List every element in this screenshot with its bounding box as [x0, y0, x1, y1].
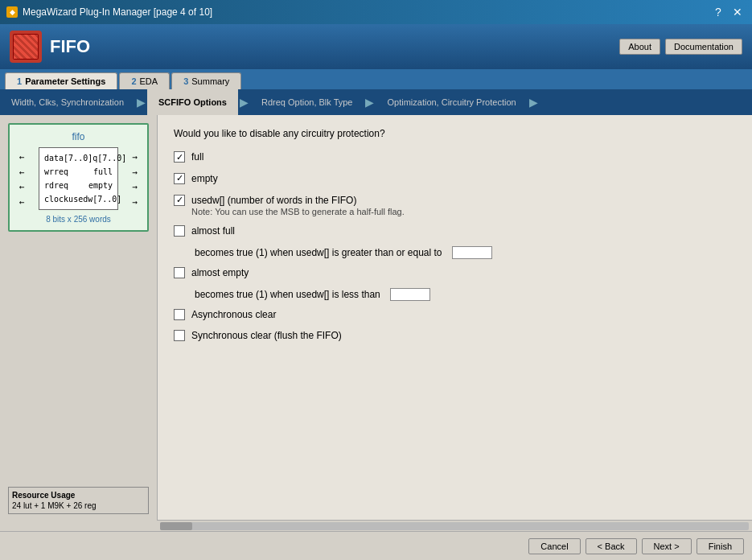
option-usedw-text: usedw[] (number of words in the FIFO) No…: [191, 194, 405, 217]
svg-rect-1: [14, 35, 37, 58]
scroll-track[interactable]: [160, 522, 749, 530]
scroll-bar-area: [157, 520, 752, 531]
fifo-box: data[7..0] q[7..0] wrreq full rdreq empt…: [39, 147, 118, 210]
option-sync-clear-row: Synchronous clear (flush the FIFO): [174, 329, 736, 343]
bottom-bar: Cancel < Back Next > Finish: [0, 531, 752, 560]
cancel-button[interactable]: Cancel: [528, 538, 580, 554]
fifo-clock-left: clock: [44, 192, 68, 206]
resource-usage: Resource Usage 24 lut + 1 M9K + 26 reg: [8, 487, 149, 514]
option-usedw-row: usedw[] (number of words in the FIFO) No…: [174, 194, 736, 217]
option-sync-clear-label: Synchronous clear (flush the FIFO): [191, 329, 342, 343]
fifo-clock-right: usedw[7..0]: [68, 192, 121, 206]
header-title: FIFO: [50, 36, 90, 57]
header-logo: FIFO: [10, 31, 90, 63]
checkbox-async-clear[interactable]: [174, 309, 185, 320]
option-async-clear-label: Asynchronous clear: [191, 308, 276, 322]
main-content: fifo data[7..0] q[7..0] wrreq full rdreq…: [0, 115, 752, 522]
checkbox-empty[interactable]: [174, 173, 185, 184]
option-almost-full-val-label: becomes true (1) when usedw[] is greater…: [195, 246, 442, 260]
option-full-row: full: [174, 150, 736, 164]
resource-label: Resource Usage: [12, 491, 145, 500]
app-icon: ◆: [6, 6, 18, 18]
title-bar-left: ◆ MegaWizard Plug-In Manager [page 4 of …: [6, 6, 212, 18]
tab-parameter-settings[interactable]: 1 Parameter Settings: [5, 72, 117, 89]
option-almost-empty-val-label: becomes true (1) when usedw[] is less th…: [195, 288, 380, 302]
option-empty-row: empty: [174, 172, 736, 186]
header-buttons: About Documentation: [619, 39, 742, 55]
fifo-rdreq-right: empty: [88, 179, 113, 192]
scroll-thumb[interactable]: [160, 522, 192, 530]
close-button[interactable]: ✕: [729, 4, 746, 20]
fifo-data-left: data[7..0]: [44, 151, 92, 165]
back-button[interactable]: < Back: [586, 538, 637, 554]
nav-scfifo-options[interactable]: SCFIFO Options: [147, 89, 238, 115]
nav-arrow-4: ▶: [528, 96, 540, 109]
documentation-button[interactable]: Documentation: [665, 39, 742, 55]
fifo-data-right: q[7..0]: [92, 151, 126, 165]
svg-rect-0: [13, 34, 39, 60]
option-full-label: full: [191, 150, 203, 164]
option-almost-empty-row: almost empty: [174, 266, 736, 280]
tab-eda[interactable]: 2 EDA: [119, 72, 170, 89]
window-title: MegaWizard Plug-In Manager [page 4 of 10…: [23, 6, 212, 18]
resource-value: 24 lut + 1 M9K + 26 reg: [12, 501, 145, 510]
almost-empty-input[interactable]: [390, 288, 430, 301]
header: FIFO About Documentation: [0, 24, 752, 69]
fifo-wrreq-left: wrreq: [44, 165, 68, 179]
option-empty-label: empty: [191, 172, 218, 186]
checkbox-sync-clear[interactable]: [174, 330, 185, 341]
nav-arrow-3: ▶: [364, 96, 376, 109]
option-almost-full-label: almost full: [191, 224, 235, 238]
tab-summary[interactable]: 3 Summary: [171, 72, 241, 89]
title-bar: ◆ MegaWizard Plug-In Manager [page 4 of …: [0, 0, 752, 24]
almost-full-input[interactable]: [452, 246, 492, 259]
about-button[interactable]: About: [619, 39, 660, 55]
help-button[interactable]: ?: [710, 4, 726, 20]
nav-optimization[interactable]: Optimization, Circuitry Protection: [376, 89, 527, 115]
nav-width-clks[interactable]: Width, Clks, Synchronization: [0, 89, 135, 115]
finish-button[interactable]: Finish: [697, 538, 744, 554]
nav-arrow-1: ▶: [135, 96, 147, 109]
fifo-diagram-title: fifo: [16, 131, 141, 142]
checkbox-almost-empty[interactable]: [174, 267, 185, 278]
fifo-row-wrreq: wrreq full: [44, 165, 113, 179]
section-question: Would you like to disable any circuitry …: [174, 128, 736, 139]
right-panel: Would you like to disable any circuitry …: [157, 115, 752, 522]
option-almost-full-val-row: becomes true (1) when usedw[] is greater…: [195, 246, 736, 260]
fifo-row-rdreq: rdreq empty: [44, 179, 113, 192]
next-button[interactable]: Next >: [642, 538, 692, 554]
option-async-clear-row: Asynchronous clear: [174, 308, 736, 322]
option-almost-empty-label: almost empty: [191, 266, 249, 280]
left-panel: fifo data[7..0] q[7..0] wrreq full rdreq…: [0, 115, 157, 522]
checkbox-full[interactable]: [174, 151, 185, 163]
checkbox-usedw[interactable]: [174, 195, 185, 206]
nav-rdreq-option[interactable]: Rdreq Option, Blk Type: [250, 89, 364, 115]
tabs-row1: 1 Parameter Settings 2 EDA 3 Summary: [0, 69, 752, 89]
option-almost-empty-val-row: becomes true (1) when usedw[] is less th…: [195, 288, 736, 302]
fifo-diagram: fifo data[7..0] q[7..0] wrreq full rdreq…: [8, 123, 149, 232]
checkbox-almost-full[interactable]: [174, 225, 185, 237]
option-usedw-label: usedw[] (number of words in the FIFO): [191, 194, 405, 208]
fifo-rdreq-left: rdreq: [44, 179, 68, 192]
left-arrows: ← ← ← ←: [19, 150, 25, 211]
fifo-wrreq-right: full: [93, 165, 113, 179]
fifo-info: 8 bits x 256 words: [16, 215, 141, 224]
fifo-row-data: data[7..0] q[7..0]: [44, 151, 113, 165]
option-usedw-sublabel: Note: You can use the MSB to generate a …: [191, 207, 405, 216]
fifo-row-clock: clock usedw[7..0]: [44, 192, 113, 206]
option-almost-full-row: almost full: [174, 224, 736, 238]
title-bar-controls: ? ✕: [710, 4, 746, 20]
nav-arrow-2: ▶: [238, 96, 250, 109]
tabs-row2: Width, Clks, Synchronization ▶ SCFIFO Op…: [0, 89, 752, 115]
right-arrows: → → → →: [132, 150, 138, 211]
fifo-logo-icon: [10, 31, 42, 63]
